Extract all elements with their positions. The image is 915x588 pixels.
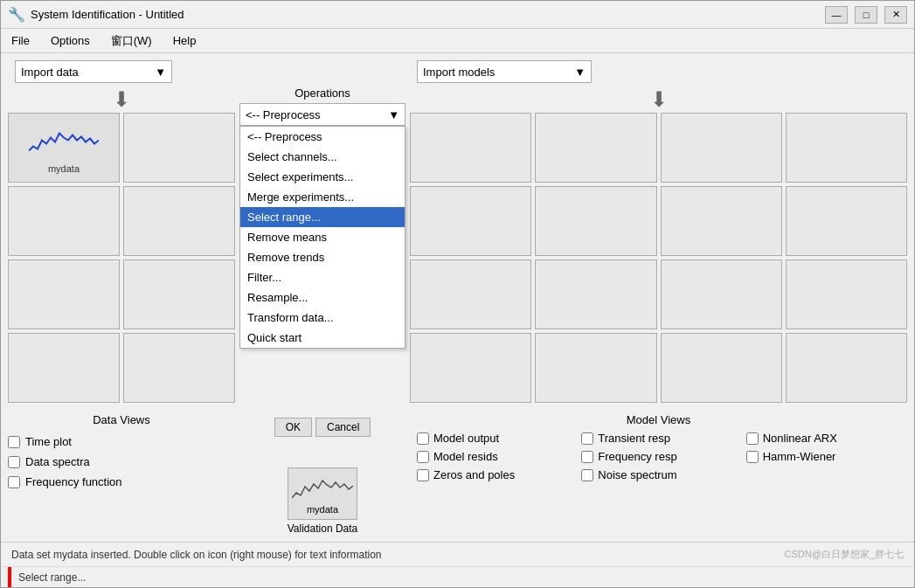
frequency-resp-row: Frequency resp <box>581 450 735 463</box>
data-cell-empty-3[interactable] <box>123 186 235 256</box>
data-cell-empty-4[interactable] <box>8 259 120 329</box>
ops-item-quickstart[interactable]: Quick start <box>240 328 405 348</box>
frequency-resp-label: Frequency resp <box>598 450 676 463</box>
models-arrow: ⬇ <box>410 86 907 113</box>
model-cell-5[interactable] <box>410 186 531 256</box>
operations-dropdown-container: <-- Preprocess ▼ <-- Preprocess Select c… <box>239 103 406 126</box>
model-cell-16[interactable] <box>786 333 907 403</box>
ops-item-remove-trends[interactable]: Remove trends <box>240 247 405 267</box>
time-plot-label: Time plot <box>25 435 72 448</box>
menu-file[interactable]: File <box>8 32 33 49</box>
ops-ok-button[interactable]: OK <box>274 418 312 437</box>
import-data-arrow: ▼ <box>155 66 166 79</box>
data-cell-mydata[interactable]: mydata <box>8 113 120 183</box>
operations-selected: <-- Preprocess <box>246 108 321 121</box>
data-cell-empty-2[interactable] <box>8 186 120 256</box>
noise-spectrum-checkbox[interactable] <box>581 469 593 481</box>
frequency-function-row: Frequency function <box>8 475 235 488</box>
operations-menu: <-- Preprocess Select channels... Select… <box>239 126 406 349</box>
maximize-button[interactable]: □ <box>855 6 877 24</box>
model-resids-checkbox[interactable] <box>417 451 429 463</box>
data-grid: mydata <box>8 113 235 403</box>
model-cell-12[interactable] <box>786 259 907 329</box>
zeros-poles-checkbox[interactable] <box>417 469 429 481</box>
hamm-wiener-row: Hamm-Wiener <box>746 450 900 463</box>
minimize-button[interactable]: — <box>825 6 848 24</box>
model-cell-11[interactable] <box>661 259 782 329</box>
menu-help[interactable]: Help <box>170 32 200 49</box>
ops-item-select-range[interactable]: Select range... <box>240 207 405 227</box>
ops-item-remove-means[interactable]: Remove means <box>240 227 405 247</box>
model-grid <box>410 113 907 403</box>
status-bar: Data set mydata inserted. Double click o… <box>1 542 914 566</box>
ops-item-experiments[interactable]: Select experiments... <box>240 167 405 187</box>
model-output-row: Model output <box>417 432 571 445</box>
validation-data-label: mydata <box>307 504 338 515</box>
watermark: CSDN@白日梦想家_胖七七 <box>785 548 904 561</box>
model-cell-15[interactable] <box>661 333 782 403</box>
validation-cell[interactable]: mydata <box>288 467 357 520</box>
ops-item-preprocess1[interactable]: <-- Preprocess <box>240 127 405 147</box>
model-cell-6[interactable] <box>535 186 656 256</box>
menu-bar: File Options 窗口(W) Help <box>1 29 914 53</box>
time-plot-checkbox[interactable] <box>8 436 20 448</box>
ops-item-resample[interactable]: Resample... <box>240 287 405 308</box>
data-cell-empty-6[interactable] <box>8 333 120 403</box>
model-cell-2[interactable] <box>535 113 656 183</box>
ops-item-transform[interactable]: Transform data... <box>240 308 405 328</box>
mydata-chart-icon <box>29 122 99 162</box>
ops-action-buttons: OK Cancel <box>235 418 410 437</box>
left-panel: ⬇ mydata <box>8 86 235 542</box>
data-cell-empty-7[interactable] <box>123 333 235 403</box>
zeros-poles-row: Zeros and poles <box>417 468 571 481</box>
model-cell-4[interactable] <box>786 113 907 183</box>
data-spectra-checkbox[interactable] <box>8 456 20 468</box>
ops-item-channels[interactable]: Select channels... <box>240 147 405 167</box>
validation-chart-icon <box>292 474 353 504</box>
ops-cancel-button[interactable]: Cancel <box>315 418 371 437</box>
model-cell-9[interactable] <box>410 259 531 329</box>
model-cell-1[interactable] <box>410 113 531 183</box>
status-message: Data set mydata inserted. Double click o… <box>11 549 382 561</box>
data-cell-empty-1[interactable] <box>123 113 235 183</box>
data-spectra-label: Data spectra <box>25 455 90 468</box>
time-plot-row: Time plot <box>8 435 235 448</box>
model-views-label: Model Views <box>410 413 907 426</box>
validation-area: mydata Validation Data <box>288 467 358 542</box>
close-button[interactable]: ✕ <box>884 6 907 24</box>
model-resids-row: Model resids <box>417 450 571 463</box>
ops-item-merge[interactable]: Merge experiments... <box>240 187 405 207</box>
frequency-function-label: Frequency function <box>25 475 122 488</box>
top-dropdowns-row: Import data ▼ Import models ▼ <box>1 53 914 86</box>
menu-options[interactable]: Options <box>47 32 94 49</box>
frequency-function-checkbox[interactable] <box>8 476 20 488</box>
data-views-label: Data Views <box>8 413 235 426</box>
data-cell-empty-5[interactable] <box>123 259 235 329</box>
model-output-checkbox[interactable] <box>417 432 429 445</box>
import-models-dropdown[interactable]: Import models ▼ <box>417 60 592 83</box>
operations-dropdown[interactable]: <-- Preprocess ▼ <box>239 103 406 126</box>
nonlinear-arx-label: Nonlinear ARX <box>763 432 837 445</box>
import-data-dropdown[interactable]: Import data ▼ <box>15 60 172 83</box>
ops-item-filter[interactable]: Filter... <box>240 267 405 287</box>
model-cell-8[interactable] <box>786 186 907 256</box>
bottom-bar-text: Select range... <box>18 571 86 584</box>
title-bar: 🔧 System Identification - Untitled — □ ✕ <box>1 1 914 29</box>
model-cell-13[interactable] <box>410 333 531 403</box>
hamm-wiener-label: Hamm-Wiener <box>763 450 836 463</box>
operations-arrow: ▼ <box>388 108 399 121</box>
nonlinear-arx-row: Nonlinear ARX <box>746 432 900 445</box>
hamm-wiener-checkbox[interactable] <box>746 451 759 463</box>
nonlinear-arx-checkbox[interactable] <box>746 432 759 445</box>
window-title: System Identification - Untitled <box>31 8 825 21</box>
menu-window[interactable]: 窗口(W) <box>107 31 156 51</box>
model-cell-14[interactable] <box>535 333 656 403</box>
model-cell-7[interactable] <box>661 186 782 256</box>
main-window: 🔧 System Identification - Untitled — □ ✕… <box>0 0 915 588</box>
import-models-arrow: ▼ <box>574 66 586 79</box>
validation-label: Validation Data <box>288 522 358 535</box>
model-cell-10[interactable] <box>535 259 656 329</box>
model-cell-3[interactable] <box>661 113 782 183</box>
frequency-resp-checkbox[interactable] <box>581 451 593 463</box>
transient-resp-checkbox[interactable] <box>581 432 593 445</box>
